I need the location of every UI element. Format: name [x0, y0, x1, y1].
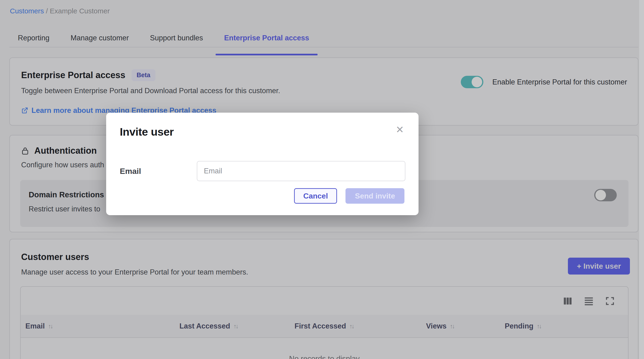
- page-scrollbar[interactable]: [639, 0, 644, 359]
- send-invite-button[interactable]: Send invite: [346, 188, 404, 204]
- modal-title: Invite user: [120, 125, 174, 138]
- email-label: Email: [120, 167, 197, 176]
- enterprise-portal-page: Customers / Example Customer Reporting M…: [0, 0, 644, 359]
- cancel-button[interactable]: Cancel: [294, 188, 337, 204]
- close-icon[interactable]: ✕: [396, 125, 404, 135]
- invite-user-modal: Invite user ✕ Email Cancel Send invite: [106, 113, 418, 215]
- email-field[interactable]: [197, 161, 406, 181]
